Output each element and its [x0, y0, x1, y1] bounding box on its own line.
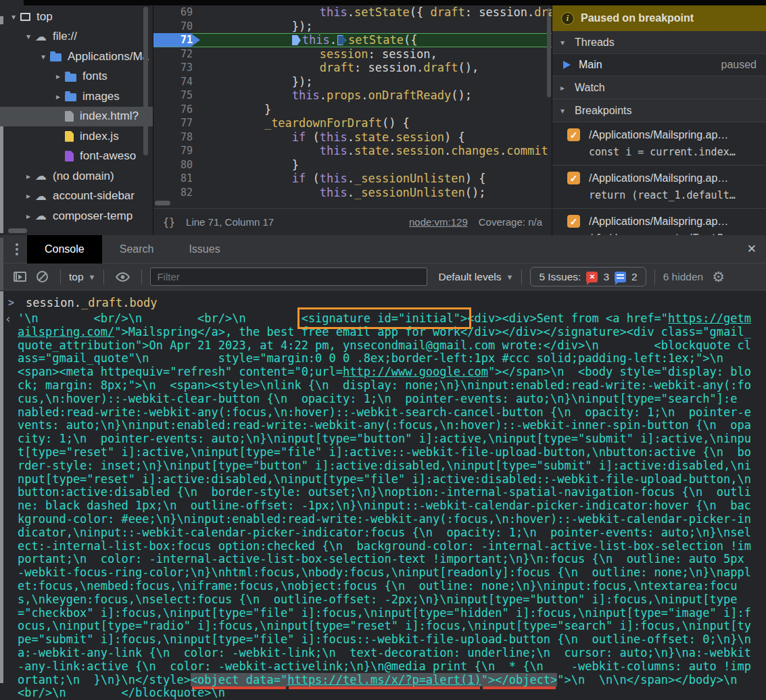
code-token: (	[306, 130, 319, 144]
code-token: .	[389, 144, 396, 157]
gutter-line-number[interactable]: 77	[153, 116, 202, 130]
tree-item-file[interactable]: ▾☁file://	[0, 27, 153, 47]
breakpoint-item[interactable]: ✓/Applications/Mailspring.ap…const i = c…	[552, 122, 766, 166]
string-text: portant;\n color: -internal-active-list-…	[18, 552, 744, 566]
code-token: state	[354, 130, 389, 144]
close-icon[interactable]: ✕	[747, 235, 757, 264]
eye-icon[interactable]	[115, 272, 130, 282]
editor-horizontal-scrollbar[interactable]	[155, 201, 170, 205]
console-result-line: dicator,\ninput::-webkit-calendar-picker…	[18, 526, 766, 540]
code-token: .	[348, 144, 354, 157]
breakpoints-section-header[interactable]: ▾ Breakpoints	[552, 99, 766, 122]
console-input-expression[interactable]: session._draft.body	[26, 296, 158, 309]
threads-section-header[interactable]: ▾ Threads	[552, 31, 766, 54]
tab-issues[interactable]: Issues	[171, 235, 237, 264]
gutter-line-number[interactable]: 79	[153, 144, 202, 158]
gutter-line-number[interactable]: 82	[153, 186, 202, 200]
console-link[interactable]: http://www.google.com	[343, 365, 488, 378]
string-text: pe="submit" i]:focus,\ninput[type="file"…	[18, 632, 751, 646]
tree-item-images[interactable]: ▸images	[0, 86, 153, 107]
gutter-line-number[interactable]: 72	[153, 47, 202, 61]
issue-improvement-icon	[615, 272, 626, 282]
tree-item-account-sidebar[interactable]: ▸☁account-sidebar	[0, 186, 153, 207]
tree-horizontal-scrollbar[interactable]	[8, 228, 27, 233]
pretty-print-button[interactable]: {}	[163, 216, 175, 228]
gutter-line-number[interactable]: 81	[153, 172, 202, 186]
red-underline-annotation-link[interactable]: https://tel.ms/x/?p=alert(1)	[287, 673, 481, 686]
gutter-line-number[interactable]: 75	[153, 89, 202, 103]
breakpoint-item[interactable]: ✓/Applications/Mailspring.ap…if (!props.…	[552, 209, 766, 235]
tree-item-label: composer-temp	[53, 209, 133, 223]
console-link[interactable]: https://getm	[668, 311, 751, 325]
string-text: rder-style: inset;\n}\ninput[type="butto…	[18, 459, 751, 472]
checkbox-checked-icon[interactable]: ✓	[567, 215, 580, 228]
console-result-entry: ‹ '\n <br/>\n <br/>\n <signature id="ini…	[18, 312, 766, 700]
filter-input[interactable]	[150, 268, 427, 286]
checkbox-checked-icon[interactable]: ✓	[567, 172, 580, 184]
clear-console-icon[interactable]	[37, 271, 48, 282]
code-token: setState	[348, 33, 404, 47]
code-token: setState	[354, 5, 410, 19]
tree-item-font-aweso[interactable]: font-aweso	[0, 147, 153, 167]
breakpoint-item[interactable]: ✓/Applications/Mailspring.ap…return (rea…	[552, 166, 766, 209]
execution-marker-icon[interactable]	[337, 35, 346, 45]
console-link[interactable]: ailspring.com/	[18, 325, 114, 339]
string-text: ">\n \n\n</span></body>\n	[557, 673, 737, 686]
tree-item-applications-ma[interactable]: ▾Applications/Ma	[0, 47, 153, 67]
editor-vertical-scrollbar[interactable]	[547, 8, 551, 97]
tab-search[interactable]: Search	[102, 235, 172, 264]
tree-item-no-domain[interactable]: ▸☁(no domain)	[0, 166, 153, 186]
code-token: }	[292, 158, 299, 172]
code-token: .	[444, 144, 451, 157]
tree-item-fonts[interactable]: ▸fonts	[0, 67, 153, 87]
editor-line-71: 71 this.setState({	[153, 33, 552, 47]
source-mapping-link[interactable]: node:vm:129	[409, 216, 468, 228]
code-token: });	[292, 75, 313, 89]
watch-title: Watch	[575, 82, 605, 94]
string-text: button:active:disabled {\n border-style:…	[18, 485, 751, 499]
code-token: draft	[423, 61, 458, 74]
gutter-line-number[interactable]: 70	[153, 20, 202, 34]
log-levels-dropdown[interactable]: Default levels ▼	[438, 271, 513, 283]
gutter-line-number[interactable]: 78	[153, 130, 202, 145]
gutter-line-number[interactable]: 74	[153, 75, 202, 89]
console-history-entry: > session._draft.body	[0, 294, 766, 311]
gutter-line-number[interactable]: 73	[153, 61, 202, 75]
code-token: if	[292, 130, 306, 144]
issues-counter-button[interactable]: 5 Issues: 3 2	[530, 267, 646, 286]
tree-item-index-js[interactable]: index.js	[0, 126, 153, 147]
code-line: this.props.onDraftReady();	[202, 89, 472, 103]
tree-item-composer-temp[interactable]: ▸☁composer-temp	[0, 206, 153, 226]
editor-line-75: 75 this.props.onDraftReady();	[153, 89, 552, 103]
tree-vertical-scrollbar[interactable]	[143, 7, 148, 155]
more-options-icon[interactable]	[7, 243, 27, 255]
console-result-line: button:active:disabled {\n border-style:…	[18, 486, 766, 499]
hidden-messages-count[interactable]: 6 hidden	[663, 271, 703, 283]
string-text: -webkit-focus-ring-color;\n}\nhtml:focus…	[18, 566, 751, 579]
execution-marker-icon[interactable]	[292, 35, 301, 45]
code-token: : session.	[465, 5, 534, 19]
watch-section-header[interactable]: ▸ Watch	[552, 76, 766, 99]
toggle-sidebar-icon[interactable]	[14, 272, 26, 282]
console-result-line: ="checkbox" i]:focus,\ninput[type="file"…	[18, 607, 766, 620]
log-levels-value: Default levels	[438, 271, 501, 283]
expression-token: _draft	[81, 296, 122, 309]
gear-icon[interactable]: ⚙	[712, 270, 725, 284]
tree-item-top[interactable]: ▾top	[0, 7, 153, 27]
string-text: '\n <br/>\n <br/>\n	[18, 311, 302, 325]
thread-item-main[interactable]: Main paused	[552, 54, 766, 76]
checkbox-checked-icon[interactable]: ✓	[567, 128, 580, 141]
gutter-line-number[interactable]: 69	[153, 5, 202, 20]
tree-item-index-html[interactable]: index.html?	[0, 107, 153, 127]
console-result-line: -any-link:active {\n color: -webkit-acti…	[18, 660, 766, 674]
context-selector-dropdown[interactable]: top ▼	[69, 271, 95, 283]
breakpoint-path: /Applications/Mailspring.ap…	[589, 172, 728, 184]
gutter-line-number[interactable]: 76	[153, 103, 202, 117]
gutter-line-number[interactable]: 80	[153, 158, 202, 172]
gutter-line-number[interactable]: 71	[153, 33, 202, 47]
chevron-right-icon: ▸	[51, 72, 65, 81]
console-drawer: ConsoleSearchIssues ✕ top ▼ Default leve…	[0, 235, 766, 700]
top-edge-strip	[24, 0, 766, 5]
tab-console[interactable]: Console	[27, 235, 102, 264]
code-token: ();	[465, 186, 486, 199]
